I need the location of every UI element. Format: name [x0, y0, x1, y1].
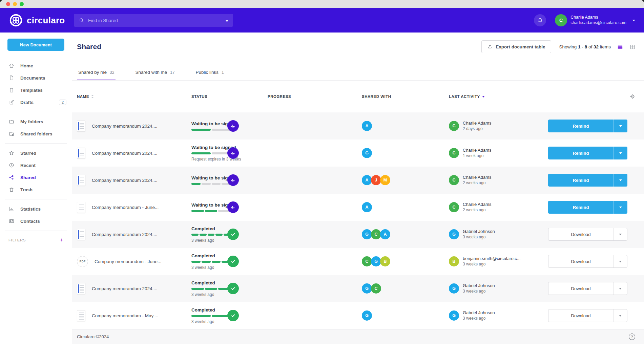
name-cell[interactable]: Company memorandum 2024....: [77, 139, 189, 167]
action-dropdown-button[interactable]: [613, 255, 627, 267]
download-button[interactable]: Download: [548, 228, 627, 241]
remind-button[interactable]: Remind: [548, 120, 627, 132]
remind-button[interactable]: Remind: [548, 147, 627, 159]
column-header-progress[interactable]: PROGRESS: [268, 94, 291, 99]
sidebar-item-my-folders[interactable]: My folders: [0, 115, 72, 128]
sidebar-item-statistics[interactable]: Statistics: [0, 203, 72, 215]
count-badge: 2: [59, 100, 66, 105]
chevron-down-icon: [619, 234, 622, 235]
copyright-text: Circularo ©2024: [77, 334, 109, 339]
name-cell[interactable]: Company memorandum 2024....: [77, 167, 189, 194]
table-row[interactable]: Company memorandum - May....Completed3 w…: [72, 302, 644, 329]
sidebar-item-label: Shared folders: [20, 131, 53, 136]
sidebar-item-shared-folders[interactable]: Shared folders: [0, 128, 72, 140]
action-dropdown-button[interactable]: [613, 228, 627, 240]
maximize-window-button[interactable]: [20, 2, 24, 6]
name-cell[interactable]: PDFCompany memorandum - June...: [77, 248, 189, 275]
document-thumbnail-icon: [77, 175, 85, 186]
avatar: B: [449, 256, 459, 266]
clock-icon: [8, 162, 15, 168]
table-row[interactable]: Company memorandum 2024....Completed3 we…: [72, 221, 644, 248]
last-activity-cell: GGabriel Johnson3 weeks ago: [449, 221, 544, 248]
contacts-icon: [8, 218, 15, 224]
sidebar-item-templates[interactable]: Templates: [0, 84, 72, 96]
remind-button[interactable]: Remind: [548, 201, 627, 214]
sidebar-item-label: Trash: [20, 187, 33, 192]
remind-button[interactable]: Remind: [548, 174, 627, 187]
sidebar-item-documents[interactable]: Documents: [0, 72, 72, 84]
minimize-window-button[interactable]: [13, 2, 17, 6]
user-name: Charlie Adams: [570, 15, 626, 20]
table-row[interactable]: Company memorandum 2024....Waiting to be…: [72, 112, 644, 139]
action-button-label[interactable]: Download: [548, 309, 613, 322]
export-document-table-button[interactable]: Export document table: [481, 40, 551, 53]
action-dropdown-button[interactable]: [614, 201, 627, 214]
completed-check-icon: [227, 283, 239, 294]
grid-view-button[interactable]: [629, 44, 636, 50]
action-button-label[interactable]: Download: [548, 282, 613, 295]
sidebar-item-home[interactable]: Home: [0, 60, 72, 72]
action-dropdown-button[interactable]: [614, 120, 627, 132]
shared-with-cell: A: [362, 112, 443, 139]
user-menu[interactable]: C Charlie Adams charlie.adams@circularo.…: [555, 14, 635, 26]
action-button-label[interactable]: Remind: [548, 174, 614, 187]
action-button-label[interactable]: Remind: [548, 147, 614, 159]
name-cell[interactable]: Company memorandum 2024....: [77, 221, 189, 248]
sidebar-item-starred[interactable]: Starred: [0, 147, 72, 159]
name-cell[interactable]: Company memorandum 2024....: [77, 112, 189, 139]
app-logo[interactable]: circularo: [9, 13, 66, 27]
sidebar-item-drafts[interactable]: Drafts2: [0, 96, 72, 108]
search-input[interactable]: [88, 18, 226, 23]
document-thumbnail-icon: [77, 121, 85, 132]
avatar: G: [362, 229, 372, 239]
page-title: Shared: [77, 43, 101, 51]
table-row[interactable]: Company memorandum 2024....Waiting to be…: [72, 139, 644, 167]
status-note: 3 weeks ago: [191, 265, 214, 270]
column-header-name[interactable]: NAME: [77, 94, 94, 99]
download-button[interactable]: Download: [548, 309, 627, 322]
action-button-label[interactable]: Remind: [548, 201, 614, 214]
table-row[interactable]: PDFCompany memorandum - June...Completed…: [72, 248, 644, 275]
action-dropdown-button[interactable]: [614, 174, 627, 187]
name-cell[interactable]: Company memorandum 2024....: [77, 275, 189, 302]
action-dropdown-button[interactable]: [613, 309, 627, 322]
list-view-button[interactable]: [617, 44, 623, 50]
bell-icon: [537, 17, 543, 24]
tab-shared-by-me[interactable]: Shared by me32: [77, 70, 116, 80]
notifications-button[interactable]: [534, 14, 546, 26]
tab-shared-with-me[interactable]: Shared with me17: [134, 70, 176, 80]
sidebar-item-trash[interactable]: Trash: [0, 184, 72, 196]
new-document-button[interactable]: New Document: [7, 39, 64, 51]
action-button-label[interactable]: Remind: [548, 120, 614, 132]
table-row[interactable]: Company memorandum 2024....Completed3 we…: [72, 275, 644, 302]
action-dropdown-button[interactable]: [613, 282, 627, 295]
column-header-shared-with[interactable]: SHARED WITH: [362, 94, 391, 99]
document-thumbnail-icon: [77, 202, 85, 213]
sidebar-item-contacts[interactable]: Contacts: [0, 215, 72, 227]
avatar: A: [362, 175, 372, 185]
sort-icon[interactable]: [91, 95, 94, 98]
column-header-last-activity[interactable]: LAST ACTIVITY: [449, 94, 485, 99]
table-settings-gear-icon[interactable]: [629, 94, 635, 100]
global-search[interactable]: [74, 14, 233, 27]
user-email: charlie.adams@circularo.com: [570, 20, 626, 26]
action-button-label[interactable]: Download: [548, 228, 613, 240]
table-row[interactable]: Company memorandum - June...Waiting to b…: [72, 194, 644, 221]
search-scope-dropdown-button[interactable]: [226, 17, 228, 23]
progress-cell: [227, 194, 241, 221]
name-cell[interactable]: Company memorandum - May....: [77, 302, 189, 329]
add-filter-button[interactable]: +: [60, 237, 63, 243]
column-header-status[interactable]: STATUS: [191, 94, 207, 99]
help-button[interactable]: ?: [629, 334, 635, 340]
close-window-button[interactable]: [6, 2, 10, 6]
sidebar-item-recent[interactable]: Recent: [0, 159, 72, 171]
name-cell[interactable]: Company memorandum - June...: [77, 194, 189, 221]
tab-public-links[interactable]: Public links1: [194, 70, 225, 80]
table-row[interactable]: Company memorandum 2024....Waiting to be…: [72, 167, 644, 194]
share-icon: [8, 174, 15, 180]
download-button[interactable]: Download: [548, 255, 627, 268]
action-dropdown-button[interactable]: [614, 147, 627, 159]
action-button-label[interactable]: Download: [548, 255, 613, 267]
download-button[interactable]: Download: [548, 282, 627, 295]
sidebar-item-shared[interactable]: Shared: [0, 171, 72, 184]
